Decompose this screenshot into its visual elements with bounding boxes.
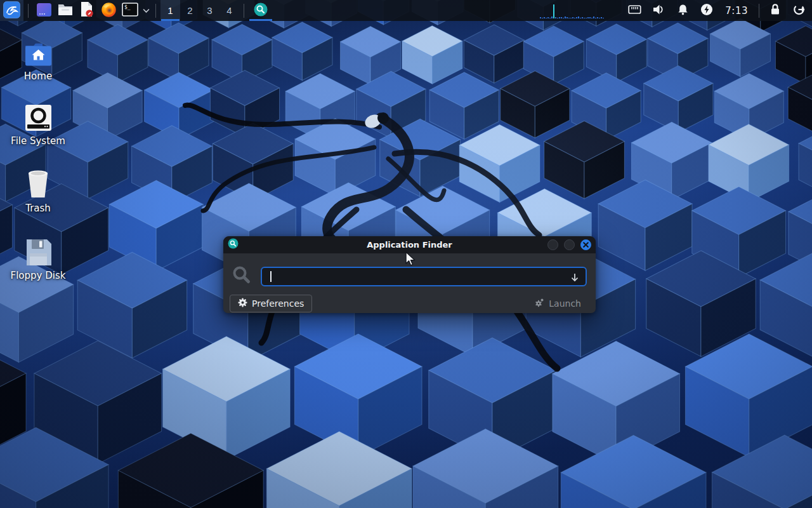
panel-separator xyxy=(244,4,244,18)
window-controls xyxy=(547,239,591,250)
panel-clock[interactable]: 7:13 xyxy=(719,5,754,17)
launcher-file-manager[interactable] xyxy=(55,0,76,21)
text-editor-icon xyxy=(79,1,95,20)
close-icon xyxy=(583,240,589,250)
cpu-graph-widget[interactable] xyxy=(540,0,605,22)
chevron-down-icon xyxy=(143,6,150,15)
desktop-icon-label: File System xyxy=(5,135,71,147)
launcher-terminal[interactable]: $_ xyxy=(119,0,141,21)
top-panel: $_ 1 2 3 4 xyxy=(0,0,812,21)
tasklist-application-finder[interactable] xyxy=(249,0,273,21)
panel-separator xyxy=(28,4,29,18)
notifications-tray-button[interactable] xyxy=(671,0,695,21)
workspace-button-4[interactable]: 4 xyxy=(219,0,239,21)
search-input[interactable] xyxy=(262,268,586,285)
svg-text:$_: $_ xyxy=(124,4,131,10)
desktop-icon-floppy-disk[interactable]: Floppy Disk xyxy=(5,234,71,281)
lock-screen-icon xyxy=(769,3,782,18)
logout-icon xyxy=(793,3,806,18)
desktop-icon-file-system[interactable]: File System xyxy=(5,99,71,147)
text-caret xyxy=(270,271,272,282)
launch-gears-icon xyxy=(535,298,544,309)
desktop-icon-label: Home xyxy=(5,70,71,82)
desktop-icon-label: Trash xyxy=(5,203,71,214)
launcher-app-grid[interactable] xyxy=(33,0,55,21)
power-manager-icon xyxy=(700,3,713,18)
logout-button[interactable] xyxy=(787,0,812,21)
workspace-button-3[interactable]: 3 xyxy=(200,0,219,21)
kali-menu-icon xyxy=(3,1,20,20)
network-icon xyxy=(628,4,641,17)
lock-screen-button[interactable] xyxy=(764,0,787,21)
desktop-icon-home[interactable]: Home xyxy=(5,34,71,82)
notifications-bell-icon xyxy=(677,4,689,18)
button-row: Preferences Launch xyxy=(223,295,596,312)
window-titlebar[interactable]: Application Finder xyxy=(223,236,596,253)
gear-icon xyxy=(238,298,247,309)
launcher-text-editor[interactable] xyxy=(76,0,98,21)
volume-tray-button[interactable] xyxy=(646,0,671,21)
home-folder-icon xyxy=(5,34,71,67)
trash-can-icon xyxy=(5,166,71,199)
window-title: Application Finder xyxy=(223,240,596,250)
system-tray xyxy=(622,0,719,21)
search-icon xyxy=(232,265,251,287)
desktop-icon-trash[interactable]: Trash xyxy=(5,166,71,214)
arrow-down-icon[interactable] xyxy=(569,272,580,286)
desktop-icon-label: Floppy Disk xyxy=(5,270,71,281)
maximize-button[interactable] xyxy=(564,239,575,250)
workspace-button-2[interactable]: 2 xyxy=(180,0,200,21)
volume-icon xyxy=(652,4,665,17)
panel-separator xyxy=(155,4,156,18)
search-row xyxy=(223,265,596,287)
launch-label: Launch xyxy=(549,298,581,309)
minimize-button[interactable] xyxy=(547,239,558,250)
firefox-icon xyxy=(101,2,117,20)
terminal-icon: $_ xyxy=(122,3,138,18)
close-button[interactable] xyxy=(580,239,591,250)
preferences-button[interactable]: Preferences xyxy=(230,295,312,312)
launch-button[interactable]: Launch xyxy=(527,295,589,312)
workspace-button-1[interactable]: 1 xyxy=(160,0,180,21)
file-manager-icon xyxy=(57,2,74,19)
application-finder-icon xyxy=(253,2,268,19)
applications-menu-button[interactable] xyxy=(0,0,23,21)
preferences-label: Preferences xyxy=(252,298,304,309)
application-finder-icon xyxy=(228,238,239,251)
floppy-disk-icon xyxy=(5,234,71,267)
panel-separator xyxy=(759,4,759,18)
terminal-dropdown-button[interactable] xyxy=(141,0,151,21)
application-finder-window: Application Finder xyxy=(223,236,596,313)
search-input-box xyxy=(261,267,587,286)
power-manager-tray-button[interactable] xyxy=(695,0,719,21)
hard-drive-icon xyxy=(5,99,71,132)
app-grid-icon xyxy=(36,2,52,20)
launcher-firefox[interactable] xyxy=(98,0,119,21)
network-tray-button[interactable] xyxy=(622,0,646,21)
